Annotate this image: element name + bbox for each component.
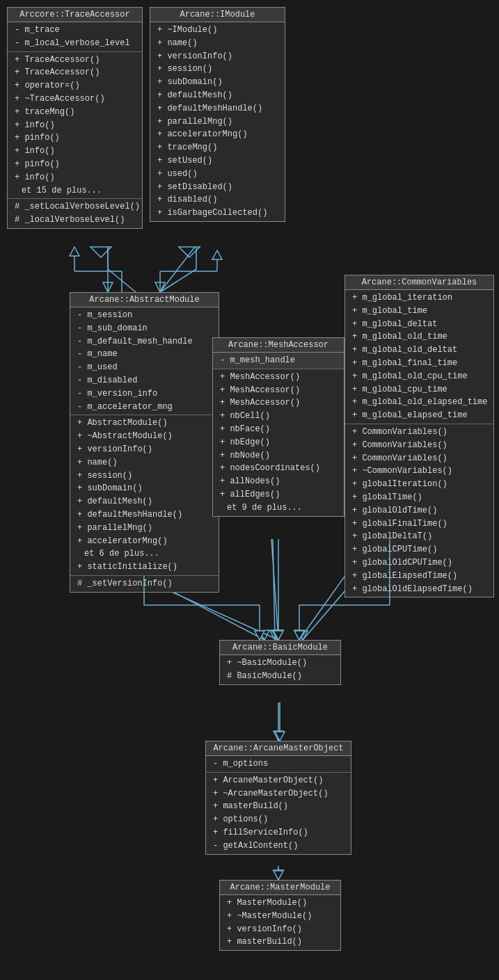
box-imodule: Arcane::IModule + ~IModule() + name() + …	[150, 7, 285, 222]
svg-marker-33	[212, 250, 222, 259]
ta-m-4: + ~TraceAccessor()	[12, 93, 138, 106]
am-f-7: - m_version_info	[74, 387, 214, 401]
im-m-12: + used()	[155, 168, 280, 181]
cv-m-8: + globalFinalTime()	[349, 517, 489, 531]
ta-m-3: + operator=()	[12, 79, 138, 93]
mm-m-1: + MasterModule()	[224, 897, 336, 910]
box-cv-title: Arcane::CommonVariables	[345, 275, 493, 290]
cv-f-8: + m_global_cpu_time	[349, 383, 489, 396]
ma-fields: - m_mesh_handle	[213, 353, 344, 369]
cv-m-4: + ~CommonVariables()	[349, 465, 489, 478]
amo-m-3: + masterBuild()	[210, 800, 347, 813]
imodule-methods: + ~IModule() + name() + versionInfo() + …	[150, 22, 285, 221]
amo-m-1: + ArcaneMasterObject()	[210, 774, 347, 787]
amo-m-4: + options()	[210, 813, 347, 826]
im-m-13: + setDisabled()	[155, 181, 280, 194]
cv-f-5: + m_global_old_deltat	[349, 344, 489, 357]
im-m-8: + parallelMng()	[155, 115, 280, 129]
am-m-1: + AbstractModule()	[74, 417, 214, 430]
box-mm-title: Arcane::MasterModule	[220, 881, 340, 895]
cv-f-1: + m_global_iteration	[349, 291, 489, 305]
svg-marker-7	[274, 630, 283, 640]
cv-m-12: + globalElapsedTime()	[349, 570, 489, 583]
box-bm-title: Arcane::BasicModule	[220, 641, 340, 655]
am-m-7: + defaultMesh()	[74, 495, 214, 508]
im-m-1: + ~IModule()	[155, 24, 280, 37]
am-m-6: + subDomain()	[74, 482, 214, 495]
ta-m-5: + traceMng()	[12, 106, 138, 119]
svg-line-6	[271, 539, 278, 640]
ta-m-10: + info()	[12, 171, 138, 184]
svg-marker-37	[255, 631, 264, 640]
cv-f-9: + m_global_old_elapsed_time	[349, 396, 489, 409]
ma-f-1: - m_mesh_handle	[217, 354, 340, 367]
cv-m-2: + CommonVariables()	[349, 439, 489, 452]
am-f-6: - m_disabled	[74, 374, 214, 387]
svg-line-2	[160, 247, 195, 292]
im-m-14: + disabled()	[155, 193, 280, 207]
cv-m-10: + globalCPUTime()	[349, 543, 489, 556]
ma-m-7: + nbNode()	[217, 449, 340, 463]
ma-m-1: + MeshAccessor()	[217, 371, 340, 384]
im-m-7: + defaultMeshHandle()	[155, 102, 280, 115]
bm-m-2: # BasicModule()	[224, 670, 336, 683]
box-mesh-accessor: Arcane::MeshAccessor - m_mesh_handle + M…	[212, 337, 344, 517]
svg-marker-5	[271, 630, 283, 640]
box-trace-accessor-title: Arccore::TraceAccessor	[8, 8, 142, 22]
ta-p-2: # _localVerboseLevel()	[12, 214, 138, 227]
am-m-8: + defaultMeshHandle()	[74, 508, 214, 522]
am-m-11: + staticInitialize()	[74, 561, 214, 574]
amo-m-6: - getAxlContent()	[210, 840, 347, 853]
im-m-5: + subDomain()	[155, 76, 280, 89]
box-trace-accessor: Arccore::TraceAccessor - m_trace - m_loc…	[7, 7, 143, 229]
svg-marker-9	[294, 630, 304, 640]
svg-line-15	[108, 269, 136, 292]
cv-methods: + CommonVariables() + CommonVariables() …	[345, 424, 493, 597]
svg-marker-44	[294, 631, 304, 640]
im-m-9: + acceleratorMng()	[155, 128, 280, 141]
am-f-8: - m_accelerator_mng	[74, 401, 214, 414]
box-basic-module: Arcane::BasicModule + ~BasicModule() # B…	[219, 640, 341, 685]
amo-m-2: + ~ArcaneMasterObject()	[210, 787, 347, 801]
im-m-15: + isGarbageCollected()	[155, 207, 280, 220]
box-imodule-title: Arcane::IModule	[150, 8, 285, 22]
bm-methods: + ~BasicModule() # BasicModule()	[220, 655, 340, 684]
svg-marker-46	[275, 732, 285, 741]
ta-extra: et 15 de plus...	[12, 184, 138, 198]
cv-fields: + m_global_iteration + m_global_time + m…	[345, 290, 493, 424]
amo-m-5: + fillServiceInfo()	[210, 826, 347, 840]
cv-m-13: + globalOldElapsedTime()	[349, 583, 489, 596]
am-f-2: - m_sub_domain	[74, 322, 214, 335]
cv-m-3: + CommonVariables()	[349, 452, 489, 465]
mm-m-3: + versionInfo()	[224, 923, 336, 936]
cv-m-1: + CommonVariables()	[349, 426, 489, 439]
box-mesh-accessor-title: Arcane::MeshAccessor	[213, 338, 344, 353]
cv-f-3: + m_global_deltat	[349, 318, 489, 331]
svg-line-17	[160, 269, 196, 292]
svg-marker-3	[155, 282, 165, 292]
am-m-2: + ~AbstractModule()	[74, 430, 214, 443]
ma-m-4: + nbCell()	[217, 410, 340, 423]
svg-marker-23	[270, 630, 280, 640]
diagram-container: Arccore::TraceAccessor - m_trace - m_loc…	[0, 0, 499, 980]
amo-f-1: - m_options	[210, 757, 347, 771]
box-master-module: Arcane::MasterModule + MasterModule() + …	[219, 880, 341, 951]
am-protected: # _setVersionInfo()	[70, 576, 219, 592]
box-common-variables: Arcane::CommonVariables + m_global_itera…	[344, 275, 494, 597]
am-f-4: - m_name	[74, 348, 214, 361]
am-m-3: + versionInfo()	[74, 443, 214, 456]
svg-marker-19	[179, 247, 200, 257]
ma-m-9: + allNodes()	[217, 475, 340, 488]
am-f-5: - m_used	[74, 361, 214, 374]
cv-f-2: + m_global_time	[349, 305, 489, 318]
ma-m-8: + nodesCoordinates()	[217, 462, 340, 475]
amo-methods: + ArcaneMasterObject() + ~ArcaneMasterOb…	[206, 773, 351, 854]
trace-accessor-fields: - m_trace - m_local_verbose_level	[8, 22, 142, 52]
cv-m-11: + globalOldCPUTime()	[349, 556, 489, 570]
svg-marker-1	[103, 282, 113, 292]
im-m-2: + name()	[155, 37, 280, 50]
im-m-3: + versionInfo()	[155, 50, 280, 63]
svg-marker-13	[274, 870, 283, 880]
amo-fields: - m_options	[206, 756, 351, 773]
trace-accessor-protected: # _setLocalVerboseLevel() # _localVerbos…	[8, 199, 142, 228]
